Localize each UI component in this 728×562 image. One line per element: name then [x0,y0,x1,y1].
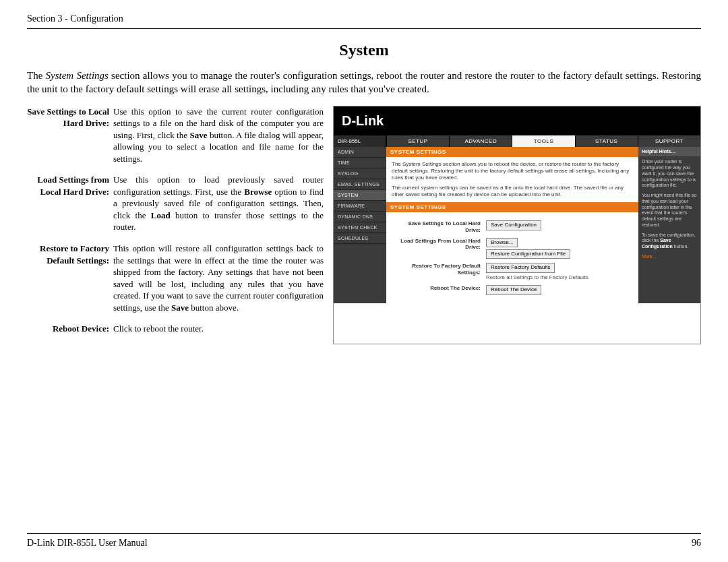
sidebar-item-schedules[interactable]: SCHEDULES [334,233,386,244]
model-label: DIR-855L [334,135,386,147]
hints-p2: You might need this file so that you can… [642,193,697,228]
section1-p1: The System Settings section allows you t… [392,161,633,182]
form-field: Save Configuration [486,220,633,230]
sidebar-item-system-check[interactable]: SYSTEM CHECK [334,222,386,233]
section-body-2: Save Settings To Local Hard Drive:Save C… [386,212,638,303]
tabs-row: DIR-855L SETUPADVANCEDTOOLSSTATUSSUPPORT [334,135,700,147]
definition-desc: Click to reboot the router. [113,323,324,335]
button[interactable]: Reboot The Device [486,285,541,294]
form-field: Restore Factory DefaultsRestore all Sett… [486,263,633,281]
tab-status[interactable]: STATUS [575,135,638,147]
page-footer: D-Link DIR-855L User Manual 96 [27,533,701,549]
tab-setup[interactable]: SETUP [386,135,449,147]
section-title-2: SYSTEM SETTINGS [386,202,638,212]
sidebar-item-syslog[interactable]: SYSLOG [334,168,386,179]
definition-desc: This option will restore all configurati… [113,243,324,313]
button[interactable]: Restore Configuration from File [486,249,570,259]
form-label: Reboot The Device: [392,285,486,292]
page-title: System [27,41,701,59]
form-label: Save Settings To Local Hard Drive: [392,220,486,233]
form-row: Reboot The Device:Reboot The Device [392,285,633,294]
definition-desc: Use this option to save the current rout… [113,106,324,165]
sidebar-item-dynamic-dns[interactable]: DYNAMIC DNS [334,212,386,222]
tab-advanced[interactable]: ADVANCED [449,135,512,147]
form-row: Restore To Factory Default Settings:Rest… [392,263,633,281]
sidebar-item-system[interactable]: SYSTEM [334,190,386,201]
intro-emphasis: System Settings [46,70,109,81]
definition-term: Load Settings from Local Hard Drive: [27,174,113,233]
router-screenshot: D-Link DIR-855L SETUPADVANCEDTOOLSSTATUS… [333,106,701,344]
content-row: Save Settings to Local Hard Drive:Use th… [27,106,701,344]
form-field: Reboot The Device [486,285,633,294]
form-label: Restore To Factory Default Settings: [392,263,486,276]
router-sidebar: ADMINTIMESYSLOGEMAIL SETTINGSSYSTEMFIRMW… [334,147,386,303]
hints-title: Helpful Hints… [638,147,700,157]
intro-rest: section allows you to manage the router'… [27,70,701,94]
intro-lead: The [27,70,46,81]
footer-left: D-Link DIR-855L User Manual [27,538,148,549]
definition-term: Save Settings to Local Hard Drive: [27,106,113,165]
tab-support[interactable]: SUPPORT [638,135,700,147]
definition-row: Reboot Device:Click to reboot the router… [27,323,324,335]
brand-logo: D-Link [342,113,384,128]
form-label: Load Settings From Local Hard Drive: [392,238,486,251]
hints-p1: Once your router is configured the way y… [642,159,697,189]
tab-tools[interactable]: TOOLS [512,135,574,147]
form-row: Load Settings From Local Hard Drive:Brow… [392,238,633,259]
section-body-1: The System Settings section allows you t… [386,157,638,203]
intro-paragraph: The System Settings section allows you t… [27,69,701,96]
definition-desc: Use this option to load previously saved… [113,174,324,233]
sidebar-item-firmware[interactable]: FIRMWARE [334,201,386,212]
button[interactable]: Save Configuration [486,220,541,230]
section-title-1: SYSTEM SETTINGS [386,147,638,157]
sidebar-item-email-settings[interactable]: EMAIL SETTINGS [334,179,386,190]
brand-bar: D-Link [334,106,700,135]
definition-term: Reboot Device: [27,323,113,335]
definition-term: Restore to Factory Default Settings: [27,243,113,313]
hints-more-link[interactable]: More… [642,254,697,260]
sidebar-item-time[interactable]: TIME [334,158,386,168]
hints-p3: To save the configuration, click the Sav… [642,232,697,250]
button[interactable]: Browse... [486,238,518,247]
helpful-hints: Helpful Hints… Once your router is confi… [638,147,700,303]
page-header: Section 3 - Configuration [27,13,701,29]
form-row: Save Settings To Local Hard Drive:Save C… [392,220,633,233]
section1-p2: The current system settings can be saved… [392,185,633,199]
form-field: Browse...Restore Configuration from File [486,238,633,259]
form-note: Restore all Settings to the Factory Defa… [486,274,633,281]
definitions-column: Save Settings to Local Hard Drive:Use th… [27,106,324,344]
definition-row: Restore to Factory Default Settings:This… [27,243,324,313]
definition-row: Load Settings from Local Hard Drive:Use … [27,174,324,233]
sidebar-item-admin[interactable]: ADMIN [334,147,386,158]
footer-page-number: 96 [692,538,701,549]
button[interactable]: Restore Factory Defaults [486,263,555,272]
definition-row: Save Settings to Local Hard Drive:Use th… [27,106,324,165]
